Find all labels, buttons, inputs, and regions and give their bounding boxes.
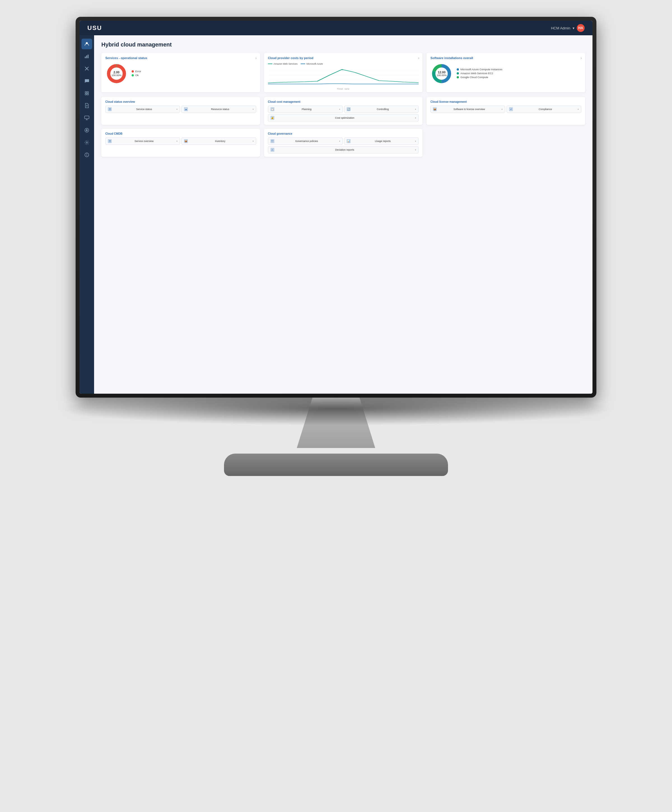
action-card-cloud-cost: Cloud cost management 📋 Planning ▾ 🔄 Con… [264,97,423,125]
action-btns-governance-top: 🛡 Governance policies ▾ 📊 Usage reports … [268,138,419,145]
btn-governance-policies[interactable]: 🛡 Governance policies ▾ [268,138,343,145]
btn-cost-optimization[interactable]: 💰 Cost optimization ▾ [268,114,419,121]
action-card-governance: Cloud governance 🛡 Governance policies ▾… [264,129,423,157]
action-title-cloud-license: Cloud license management [430,100,581,103]
btn-cost-optimization-chevron: ▾ [415,117,416,119]
action-btns-cost-top: 📋 Planning ▾ 🔄 Controlling ▾ [268,106,419,113]
widget-services-title: Services - operational status [105,56,256,60]
btn-usage-reports[interactable]: 📊 Usage reports ▾ [344,138,419,145]
donut-percent-software: 100.00% [437,74,447,77]
legend-dot-ok [131,74,134,77]
widget-services-more[interactable]: › [255,56,257,60]
inventory-icon: 📦 [184,139,188,143]
action-title-cloud-cost: Cloud cost management [268,100,419,103]
svg-rect-3 [88,55,89,58]
btn-resource-status-chevron: ▾ [252,108,254,111]
action-title-cmdb: Cloud CMDB [105,132,256,135]
legend-label-aws: Amazon Web Services [274,62,298,65]
btn-inventory[interactable]: 📦 Inventory ▾ [181,138,256,145]
legend-label-ok: Ok [135,73,138,77]
btn-service-status-chevron: ▾ [176,108,177,111]
governance-policies-icon: 🛡 [271,139,275,143]
chat-icon [84,78,89,84]
btn-compliance[interactable]: ✔ Compliance ▾ [507,106,581,113]
legend-item-error: Error [131,70,141,73]
btn-compliance-label: Compliance [514,108,576,111]
action-btns-status: ☰ Service status ▾ ☁ Resource status ▾ [105,106,256,113]
legend-item-google-compute: Google Cloud Compute [457,76,502,78]
btn-planning[interactable]: 📋 Planning ▾ [268,106,343,113]
btn-service-status[interactable]: ☰ Service status ▾ [105,106,180,113]
svg-point-16 [86,142,88,143]
donut-section-services: 2.00 100.00% Error [105,62,256,85]
widget-costs-more[interactable]: › [418,56,420,60]
monitor-bezel: USU HCM Admin ▾ HA [76,17,596,397]
user-icon [84,41,89,46]
compliance-icon: ✔ [509,107,513,111]
btn-service-overview-chevron: ▾ [176,140,177,143]
legend-label-error: Error [135,70,141,73]
link-icon [84,128,89,133]
stand-base [224,454,448,476]
sidebar-item-tools[interactable] [82,88,92,99]
legend-label-google-compute: Google Cloud Compute [461,76,488,78]
service-status-icon: ☰ [108,107,112,111]
btn-deviation-reports[interactable]: ⚠ Deviation reports ▾ [268,146,419,154]
resource-status-icon: ☁ [184,107,188,111]
legend-software: Microsoft Azure Compute Instances Amazon… [457,68,502,80]
btn-usage-reports-chevron: ▾ [415,140,416,143]
monitor-wrapper: USU HCM Admin ▾ HA [0,0,672,812]
btn-controlling[interactable]: 🔄 Controlling ▾ [344,106,419,113]
actions-row-2: Cloud CMDB ☰ Service overview ▾ 📦 Invent… [101,129,585,157]
line-chart-costs [268,67,419,86]
donut-software: 12.00 100.00% [430,62,453,85]
donut-label-software: 12.00 100.00% [437,70,447,77]
btn-controlling-label: Controlling [352,108,414,111]
action-card-cloud-status: Cloud status overview ☰ Service status ▾… [101,97,260,125]
sidebar [80,35,94,394]
widget-software-title: Software installations overall [430,56,581,60]
chart-x-label: Period - name [268,88,419,90]
widget-software-more[interactable]: › [580,56,582,60]
svg-rect-8 [85,94,87,95]
sidebar-item-user[interactable] [82,39,92,49]
sidebar-item-settings[interactable] [82,137,92,148]
donut-value-software: 12.00 [437,70,447,74]
sidebar-item-monitor[interactable] [82,113,92,123]
sidebar-item-document[interactable] [82,100,92,111]
header-user-label: HCM Admin [551,26,570,30]
donut-services: 2.00 100.00% [105,62,128,85]
action-btns-license: 📦 Software & license overview ▾ ✔ Compli… [430,106,581,113]
btn-deviation-reports-chevron: ▾ [415,149,416,151]
monitor-shadow [56,392,616,426]
btn-software-license-overview[interactable]: 📦 Software & license overview ▾ [430,106,505,113]
header-chevron[interactable]: ▾ [573,26,575,30]
usage-reports-icon: 📊 [347,139,351,143]
btn-service-overview[interactable]: ☰ Service overview ▾ [105,138,180,145]
sidebar-item-close[interactable] [82,63,92,74]
legend-item-aws-ec2: Amazon Web Services EC2 [457,72,502,75]
chart-legend-costs: Amazon Web Services Microsoft Azure [268,62,419,65]
btn-usage-reports-label: Usage reports [352,140,414,143]
tools-icon [84,91,89,96]
analytics-icon [84,54,89,59]
legend-dot-aws-ec2 [457,72,459,75]
cost-optimization-icon: 💰 [271,116,275,120]
page-title: Hybrid cloud management [101,41,585,48]
btn-controlling-chevron: ▾ [415,108,416,111]
monitor-screen: USU HCM Admin ▾ HA [80,21,592,394]
btn-resource-status[interactable]: ☁ Resource status ▾ [181,106,256,113]
legend-line-aws [268,63,273,64]
sidebar-item-chat[interactable] [82,76,92,86]
monitor-icon [84,116,89,120]
sidebar-item-link[interactable] [82,125,92,135]
sidebar-item-analytics[interactable] [82,51,92,61]
deviation-reports-icon: ⚠ [271,148,275,152]
legend-dot-azure-compute [457,68,459,70]
scissors-icon [85,67,89,71]
header-right: HCM Admin ▾ HA [551,24,585,32]
sidebar-item-info[interactable] [82,150,92,160]
header-avatar[interactable]: HA [577,24,585,32]
app-body: Hybrid cloud management Services - opera… [80,35,592,394]
action-card-cloud-license: Cloud license management 📦 Software & li… [426,97,585,125]
